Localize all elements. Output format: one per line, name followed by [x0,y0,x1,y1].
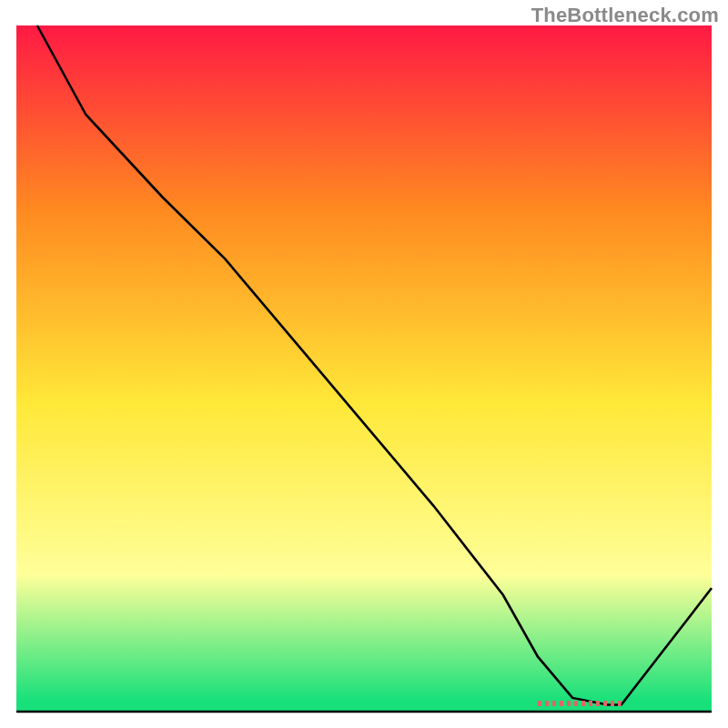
bottleneck-chart [0,0,728,728]
gradient-background [16,25,712,712]
attribution-text: TheBottleneck.com [531,4,719,27]
chart-wrapper: { "attribution": "TheBottleneck.com", "c… [0,0,728,728]
